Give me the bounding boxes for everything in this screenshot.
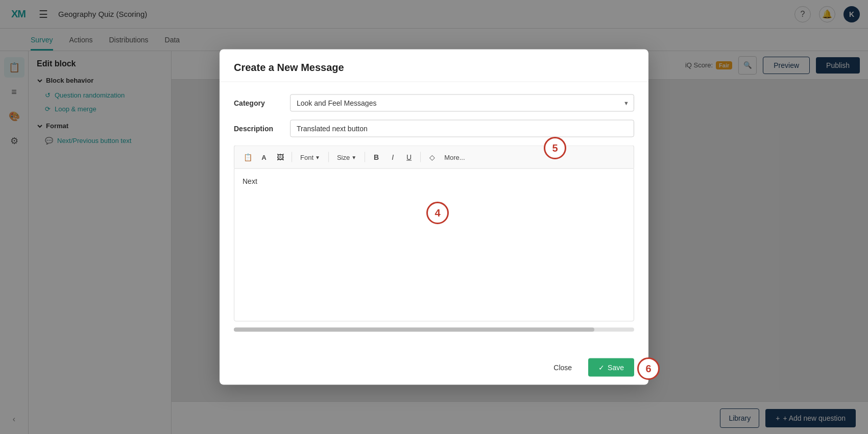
scrollbar-area[interactable] (234, 328, 634, 332)
category-row: Category Look and Feel Messages Survey M… (234, 94, 634, 112)
modal-header: Create a New Message (220, 50, 648, 82)
toolbar-source-btn[interactable]: ◇ (425, 150, 439, 164)
description-input-wrapper (290, 120, 634, 137)
step-4-circle: 4 (426, 202, 449, 224)
toolbar-size-dropdown[interactable]: Size ▼ (333, 151, 360, 163)
category-select-wrapper: Look and Feel Messages Survey Messages E… (290, 94, 634, 112)
toolbar-bold-btn[interactable]: B (369, 150, 383, 164)
description-input[interactable] (290, 120, 634, 137)
editor-area[interactable]: Next (234, 168, 634, 322)
separator-3 (365, 152, 365, 162)
step-6-circle: 6 (637, 357, 660, 380)
toolbar-format-btn[interactable]: A (257, 150, 271, 164)
close-modal-button[interactable]: Close (543, 358, 582, 377)
separator-4 (420, 152, 421, 162)
scrollbar-thumb (234, 328, 594, 332)
category-label: Category (234, 99, 290, 107)
toolbar-more-btn[interactable]: More... (441, 150, 468, 164)
separator-1 (292, 152, 292, 162)
size-chevron-icon: ▼ (351, 154, 356, 160)
check-icon: ✓ (598, 364, 605, 372)
toolbar-italic-btn[interactable]: I (385, 150, 400, 164)
modal-title: Create a New Message (234, 62, 634, 74)
step-5-circle: 5 (544, 137, 566, 159)
toolbar-font-dropdown[interactable]: Font ▼ (296, 151, 324, 163)
description-row: Description (234, 120, 634, 137)
category-select[interactable]: Look and Feel Messages Survey Messages E… (290, 94, 634, 112)
toolbar-underline-btn[interactable]: U (402, 150, 416, 164)
editor-toolbar: 📋 A 🖼 Font ▼ Size ▼ B I U ◇ More... (234, 146, 634, 168)
toolbar-image-btn[interactable]: 🖼 (273, 150, 287, 164)
category-control: Look and Feel Messages Survey Messages E… (290, 94, 634, 112)
save-button[interactable]: ✓ Save (588, 358, 634, 377)
modal-footer: Close ✓ Save (220, 350, 648, 385)
separator-2 (328, 152, 329, 162)
font-chevron-icon: ▼ (315, 154, 320, 160)
description-label: Description (234, 125, 290, 133)
toolbar-paste-btn[interactable]: 📋 (240, 150, 255, 164)
editor-content: Next (243, 177, 257, 185)
description-control (290, 120, 634, 137)
